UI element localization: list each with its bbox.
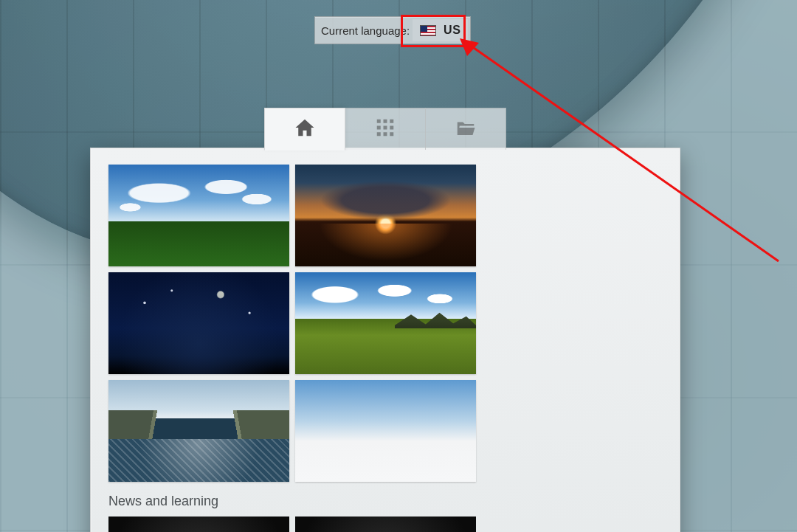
svg-rect-4: [390, 120, 393, 123]
preset-sunset[interactable]: [295, 165, 476, 266]
us-flag-icon: [420, 25, 436, 36]
svg-rect-5: [377, 126, 381, 130]
svg-rect-3: [384, 120, 387, 123]
tab-gallery[interactable]: [345, 108, 426, 150]
svg-rect-7: [390, 126, 393, 130]
preset-night[interactable]: [108, 272, 289, 374]
language-selector[interactable]: US: [413, 19, 468, 41]
svg-rect-8: [377, 132, 381, 136]
grid-icon: [374, 117, 396, 142]
home-panel: News and learning: [90, 148, 680, 532]
preset-day-field[interactable]: [108, 165, 289, 266]
preset-grass-hills[interactable]: [295, 272, 476, 374]
news-grid: [91, 517, 680, 532]
scene-preset-grid: [91, 165, 680, 491]
news-section-title: News and learning: [91, 491, 680, 517]
svg-rect-9: [384, 132, 387, 136]
folder-open-icon: [455, 117, 477, 142]
language-label: Current language:: [321, 24, 413, 37]
svg-rect-6: [384, 126, 387, 130]
svg-rect-2: [377, 120, 381, 123]
preset-empty-sky[interactable]: [295, 380, 476, 482]
tab-home[interactable]: [264, 108, 345, 151]
tab-open[interactable]: [425, 108, 506, 150]
main-tabs: [264, 108, 506, 149]
language-code: US: [444, 24, 460, 37]
language-bar: Current language: US: [314, 16, 471, 44]
news-tile-1[interactable]: [108, 517, 289, 532]
news-tile-2[interactable]: [295, 517, 476, 532]
home-icon: [294, 117, 316, 142]
preset-mountain-lake[interactable]: [108, 380, 289, 482]
svg-rect-10: [390, 132, 393, 136]
